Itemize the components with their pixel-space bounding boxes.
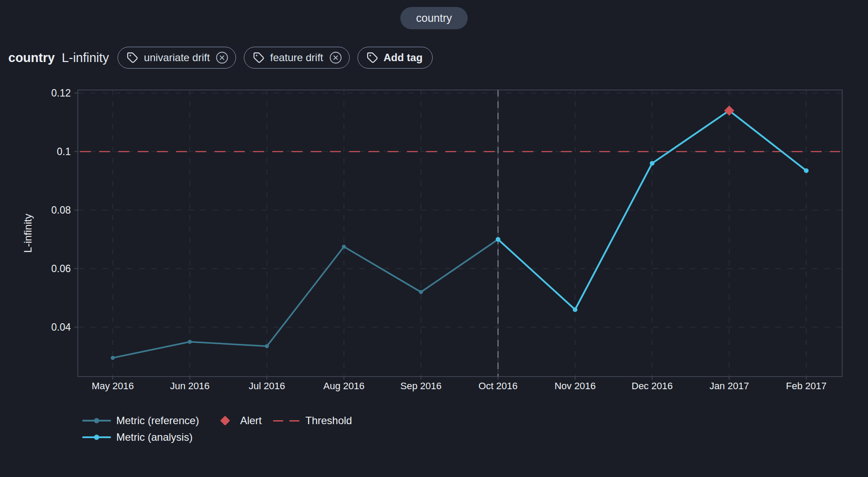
analysis-point[interactable] — [650, 161, 655, 166]
legend-label-alert: Alert — [240, 415, 261, 427]
analysis-point[interactable] — [573, 307, 577, 312]
chart-legend: Metric (reference) Alert Threshold Metri… — [82, 415, 352, 443]
legend-label-analysis: Metric (analysis) — [116, 431, 193, 443]
reference-point[interactable] — [419, 290, 423, 294]
drift-line-chart[interactable]: 0.040.060.080.10.12May 2016Jun 2016Jul 2… — [0, 0, 868, 477]
reference-point[interactable] — [111, 356, 115, 360]
legend-item-analysis[interactable]: Metric (analysis) — [82, 431, 193, 443]
threshold-dash — [289, 420, 299, 422]
analysis-point[interactable] — [496, 237, 500, 242]
legend-row-1: Metric (reference) Alert Threshold — [82, 415, 352, 426]
legend-item-alert[interactable]: Alert — [199, 415, 261, 427]
x-tick-label: Jun 2016 — [170, 380, 210, 391]
x-tick-label: Jan 2017 — [709, 380, 749, 391]
legend-label-threshold: Threshold — [306, 415, 352, 427]
y-axis-title: L-infinity — [22, 214, 34, 252]
x-tick-label: Jul 2016 — [249, 380, 285, 391]
legend-label-reference: Metric (reference) — [116, 415, 199, 427]
x-tick-label: Aug 2016 — [323, 380, 365, 391]
x-tick-label: Sep 2016 — [400, 380, 441, 391]
x-tick-label: Dec 2016 — [632, 380, 673, 391]
alert-diamond-icon — [220, 416, 230, 426]
analysis-line-sample — [82, 436, 111, 438]
y-tick-label: 0.04 — [51, 321, 71, 333]
reference-line-sample — [82, 420, 111, 422]
threshold-dash — [273, 420, 283, 422]
x-tick-label: Feb 2017 — [786, 380, 826, 391]
x-tick-label: Nov 2016 — [555, 380, 596, 391]
reference-point[interactable] — [265, 344, 269, 348]
reference-dot-sample — [94, 418, 99, 423]
legend-item-threshold[interactable]: Threshold — [262, 415, 352, 427]
x-tick-label: Oct 2016 — [479, 380, 517, 391]
y-tick-label: 0.12 — [51, 87, 71, 99]
plot-border — [78, 90, 842, 377]
y-tick-label: 0.08 — [51, 204, 71, 216]
legend-item-reference[interactable]: Metric (reference) — [82, 415, 199, 427]
threshold-dash-sample — [273, 420, 299, 422]
analysis-point[interactable] — [804, 168, 809, 173]
reference-point[interactable] — [342, 245, 346, 249]
x-tick-label: May 2016 — [92, 380, 134, 391]
y-tick-label: 0.06 — [51, 263, 71, 274]
legend-row-2: Metric (analysis) — [82, 432, 352, 443]
metric-reference-line — [113, 239, 498, 358]
analysis-dot-sample — [94, 435, 99, 440]
reference-point[interactable] — [188, 340, 192, 344]
y-tick-label: 0.1 — [57, 146, 71, 157]
